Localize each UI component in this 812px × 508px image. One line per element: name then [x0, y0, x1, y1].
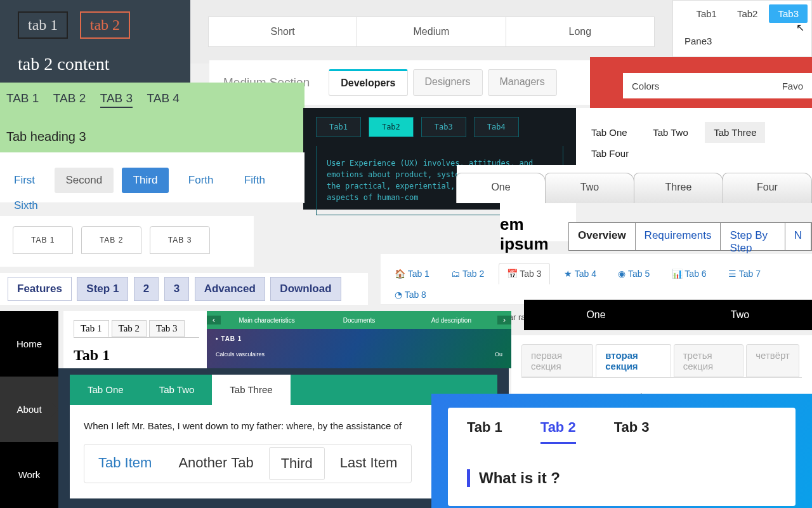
tab-1[interactable]: tab 1: [18, 11, 68, 39]
tab-3[interactable]: 📅 Tab 3: [499, 263, 550, 284]
tab-section-2[interactable]: вторая секция: [596, 344, 671, 377]
tab-three[interactable]: Tab Three: [212, 375, 290, 405]
tab-features[interactable]: Features: [8, 277, 72, 301]
tab-section-1[interactable]: первая секция: [521, 344, 593, 377]
tab-1[interactable]: TAB 1: [13, 226, 73, 254]
tab-1[interactable]: TAB 1: [6, 91, 39, 105]
tab-3[interactable]: Tab3: [769, 4, 808, 23]
tab-one[interactable]: One: [524, 300, 668, 330]
tab-third[interactable]: Third: [122, 168, 169, 193]
target-icon: ◉: [618, 269, 625, 279]
tab-one[interactable]: One: [456, 173, 546, 203]
tab-2[interactable]: Tab 2: [112, 320, 147, 337]
tab-ad[interactable]: Ad description: [405, 317, 497, 324]
panel-short-medium-long: Short Medium Long: [190, 0, 672, 64]
tab-3[interactable]: Tab 3: [614, 419, 650, 444]
tab-colors[interactable]: Colors: [632, 81, 659, 91]
tab-3[interactable]: TAB 3: [100, 91, 133, 108]
tab-long[interactable]: Long: [506, 17, 654, 46]
tab-2[interactable]: 🗂 Tab 2: [443, 264, 492, 284]
tab-first[interactable]: First: [3, 168, 46, 193]
inner-tab-item[interactable]: Tab Item: [87, 447, 163, 480]
tab-advanced[interactable]: Advanced: [195, 277, 265, 301]
tab-developers[interactable]: Developers: [329, 69, 407, 96]
tab-n[interactable]: N: [785, 223, 811, 250]
tab-designers[interactable]: Designers: [413, 69, 483, 96]
tab-two[interactable]: Tab Two: [141, 375, 213, 405]
tab-one[interactable]: Tab One: [582, 122, 636, 143]
tab-three[interactable]: Tab Three: [705, 122, 765, 143]
panel-topright-tabs: Tab1 Tab2 Tab3 Pane3: [672, 0, 812, 57]
tab-5[interactable]: ◉ Tab 5: [610, 264, 657, 284]
panel-red: Colors Favo: [590, 57, 812, 108]
tab-section-3[interactable]: третья секция: [674, 344, 744, 377]
tab-8[interactable]: ◔ Tab 8: [387, 284, 434, 305]
tab-four[interactable]: Four: [723, 173, 812, 203]
tab-1[interactable]: Tab1: [316, 117, 361, 137]
tab-managers[interactable]: Managers: [488, 69, 557, 96]
panel-gradient-bar: ‹ Main characteristics Documents Ad desc…: [207, 311, 511, 368]
tab-2[interactable]: Tab2: [728, 4, 767, 23]
tab-heading: Tab heading 3: [6, 130, 298, 144]
tab-4[interactable]: Tab4: [474, 117, 519, 137]
tab-2[interactable]: Tab2: [369, 117, 414, 137]
panel-dark-tabs: tab 1 tab 2 tab 2 content: [0, 0, 190, 86]
panel-blue-gradient: Tab 1 Tab 2 Tab 3 What is it ?: [431, 394, 812, 508]
inner-tab-another[interactable]: Another Tab: [167, 447, 265, 480]
tab-2[interactable]: TAB 2: [53, 91, 86, 105]
nav-about[interactable]: About: [0, 377, 58, 442]
tab-four[interactable]: Tab Four: [582, 143, 638, 164]
tab-1[interactable]: 🏠 Tab 1: [387, 264, 437, 284]
tab-short[interactable]: Short: [209, 17, 357, 46]
tab-2[interactable]: Tab 2: [540, 419, 576, 444]
calendar-icon: 📅: [507, 269, 518, 279]
tab-2[interactable]: TAB 2: [81, 226, 141, 254]
tab-medium[interactable]: Medium: [357, 17, 505, 46]
tab-1[interactable]: Tab 1: [467, 419, 502, 444]
tab-two[interactable]: Two: [545, 173, 634, 203]
tab-one[interactable]: Tab One: [70, 375, 141, 405]
tab-two[interactable]: Tab Two: [644, 122, 697, 143]
arrow-left-icon[interactable]: ‹: [207, 316, 221, 324]
tab-requirements[interactable]: Requirements: [636, 223, 721, 250]
tab-download[interactable]: Download: [270, 277, 341, 301]
inner-tab-last[interactable]: Last Item: [329, 447, 409, 480]
card-icon: 🗂: [451, 269, 460, 279]
tab-second[interactable]: Second: [55, 168, 114, 193]
tab-section-4[interactable]: четвёрт: [746, 344, 799, 377]
inner-tab-group: Tab Item Another Tab Third Last Item: [84, 444, 412, 483]
tab-6[interactable]: 📊 Tab 6: [664, 264, 714, 284]
panel-folder-tabs: One Two Three Four: [457, 165, 812, 203]
tab-three[interactable]: Three: [634, 173, 723, 203]
tab-2[interactable]: 2: [134, 277, 159, 301]
tab-3[interactable]: Tab 3: [149, 320, 185, 337]
tab-1[interactable]: Tab 1: [74, 320, 109, 337]
tab-3[interactable]: 3: [164, 277, 189, 301]
tab-sixth[interactable]: Sixth: [3, 193, 49, 218]
arrow-right-icon[interactable]: ›: [497, 316, 511, 324]
tab-documents[interactable]: Documents: [313, 317, 405, 324]
tab-overview[interactable]: Overview: [569, 223, 636, 250]
panel-russian-tabs: первая секция вторая секция третья секци…: [511, 335, 812, 399]
tab-fifth[interactable]: Fifth: [233, 168, 277, 193]
tab-3[interactable]: TAB 3: [150, 226, 210, 254]
tab-2[interactable]: tab 2: [80, 11, 130, 39]
tab-step1[interactable]: Step 1: [77, 277, 128, 301]
nav-work[interactable]: Work: [0, 442, 58, 507]
tab-7[interactable]: ☰ Tab 7: [721, 264, 768, 284]
inner-tab-third[interactable]: Third: [269, 447, 325, 480]
panel-features: Features Step 1 2 3 Advanced Download: [0, 273, 368, 305]
tab-two[interactable]: Two: [668, 300, 812, 330]
tab-4[interactable]: TAB 4: [147, 91, 180, 105]
tab-favorites[interactable]: Favo: [782, 81, 803, 91]
nav-home[interactable]: Home: [0, 311, 58, 377]
tab-1[interactable]: Tab1: [687, 4, 726, 23]
tab-4[interactable]: ★ Tab 4: [556, 264, 604, 284]
tab-step-by-step[interactable]: Step By Step: [721, 223, 785, 250]
list-icon: ☰: [728, 269, 737, 279]
panel-tab-one-four: Tab One Tab Two Tab Three Tab Four Ut en…: [576, 108, 812, 165]
text-em-ipsum: em ipsum: [500, 203, 576, 241]
tab-3[interactable]: Tab3: [421, 117, 466, 137]
tab-forth[interactable]: Forth: [177, 168, 225, 193]
tab-main[interactable]: Main characteristics: [221, 317, 313, 324]
